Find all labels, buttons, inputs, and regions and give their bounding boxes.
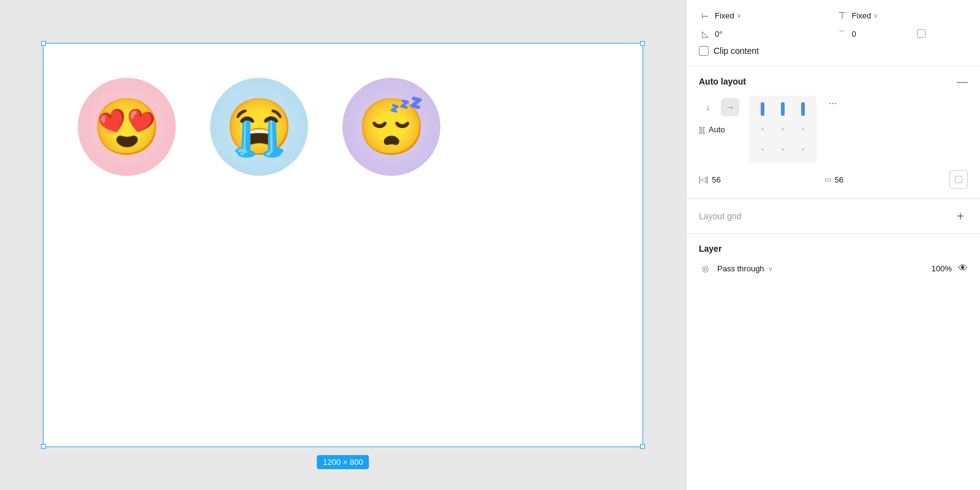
v-spacing-icon: ▭ bbox=[824, 175, 831, 184]
corner-expand-icon bbox=[917, 29, 925, 38]
rotation-value[interactable]: 0° bbox=[715, 29, 739, 39]
clip-content-label: Clip content bbox=[714, 46, 759, 56]
width-icon: ⊢ bbox=[699, 11, 711, 21]
clip-content-row: Clip content bbox=[699, 46, 968, 56]
handle-bottom-right[interactable] bbox=[640, 444, 645, 449]
align-cell-tc[interactable] bbox=[774, 100, 792, 118]
height-group: ⊤ Fixed ∨ bbox=[836, 10, 968, 21]
squeeze-icon bbox=[955, 176, 962, 183]
corner-radius-value[interactable]: 0 bbox=[852, 29, 876, 39]
layer-mode-chevron-icon: ∨ bbox=[768, 265, 772, 272]
dimensions-section: ⊢ Fixed ∨ ⊤ Fixed ∨ ◺ 0° ⌒ bbox=[687, 0, 980, 66]
corner-radius-icon: ⌒ bbox=[836, 29, 848, 39]
align-cell-tl[interactable] bbox=[754, 100, 772, 118]
clip-btn[interactable] bbox=[949, 170, 968, 189]
height-mode-label: Fixed bbox=[852, 11, 872, 20]
align-cell-br[interactable] bbox=[794, 140, 812, 158]
rotation-group: ◺ 0° bbox=[699, 29, 831, 39]
align-cell-tr[interactable] bbox=[794, 100, 812, 118]
layer-mode-label[interactable]: Pass through bbox=[717, 264, 764, 273]
align-cell-bc[interactable] bbox=[774, 140, 792, 158]
more-options-btn[interactable]: ··· bbox=[826, 96, 839, 111]
corner-group: ⌒ 0 bbox=[836, 29, 968, 39]
height-mode-dropdown[interactable]: Fixed ∨ bbox=[852, 11, 878, 20]
handle-top-left[interactable] bbox=[41, 41, 46, 46]
layer-header: Layer bbox=[699, 244, 968, 254]
emojis-row: 😍 😭 😴 bbox=[43, 43, 643, 176]
alignment-area bbox=[749, 96, 816, 163]
add-layout-grid-btn[interactable]: + bbox=[953, 209, 968, 224]
layer-opacity-value[interactable]: 100% bbox=[932, 264, 952, 273]
direction-down-btn[interactable]: ↓ bbox=[699, 98, 717, 116]
spacing-icon: ]|[ bbox=[699, 126, 705, 134]
width-group: ⊢ Fixed ∨ bbox=[699, 11, 831, 21]
layer-mode-group: Pass through ∨ bbox=[717, 264, 925, 273]
emoji-crying[interactable]: 😭 bbox=[210, 78, 308, 176]
spacing-row: |◁| 56 ▭ 56 bbox=[699, 170, 968, 189]
layer-title: Layer bbox=[699, 244, 722, 254]
right-panel: ⊢ Fixed ∨ ⊤ Fixed ∨ ◺ 0° ⌒ bbox=[686, 0, 980, 490]
layout-controls: ↓ → ]|[ Auto bbox=[699, 96, 968, 163]
layer-row: ◎ Pass through ∨ 100% 👁 bbox=[699, 262, 968, 274]
frame-container: 😍 😭 😴 1200 × 800 bbox=[43, 43, 643, 447]
clip-content-checkbox[interactable] bbox=[699, 46, 709, 56]
rotation-icon: ◺ bbox=[699, 29, 711, 39]
handle-bottom-left[interactable] bbox=[41, 444, 46, 449]
v-spacing-item: ▭ 56 bbox=[824, 175, 943, 184]
align-cell-ml[interactable] bbox=[754, 121, 772, 138]
width-mode-label: Fixed bbox=[715, 11, 734, 20]
align-cell-mc[interactable] bbox=[774, 121, 792, 138]
height-icon: ⊤ bbox=[836, 10, 848, 21]
layout-grid-section: Layout grid + bbox=[687, 199, 980, 234]
direction-group: ↓ → ]|[ Auto bbox=[699, 98, 739, 134]
auto-layout-title: Auto layout bbox=[699, 77, 746, 86]
direction-right-btn[interactable]: → bbox=[721, 98, 739, 116]
layout-grid-label: Layout grid bbox=[699, 211, 741, 221]
h-spacing-item: |◁| 56 bbox=[699, 175, 817, 184]
alignment-grid bbox=[749, 96, 816, 163]
layer-section: Layer ◎ Pass through ∨ 100% 👁 bbox=[687, 234, 980, 284]
wh-row: ⊢ Fixed ∨ ⊤ Fixed ∨ bbox=[699, 10, 968, 21]
width-mode-dropdown[interactable]: Fixed ∨ bbox=[715, 11, 741, 20]
canvas-area: 😍 😭 😴 1200 × 800 bbox=[0, 0, 686, 490]
h-spacing-value[interactable]: 56 bbox=[712, 175, 720, 184]
design-frame[interactable]: 😍 😭 😴 bbox=[43, 43, 643, 447]
visibility-eye-icon[interactable]: 👁 bbox=[958, 263, 968, 274]
v-spacing-value[interactable]: 56 bbox=[835, 175, 843, 184]
layer-mode-icon: ◎ bbox=[699, 262, 711, 274]
auto-layout-collapse-btn[interactable]: — bbox=[957, 76, 968, 87]
frame-size-label: 1200 × 800 bbox=[317, 455, 369, 469]
emoji-heart-eyes[interactable]: 😍 bbox=[78, 78, 176, 176]
handle-top-right[interactable] bbox=[640, 41, 645, 46]
spacing-auto-row: ]|[ Auto bbox=[699, 125, 739, 134]
width-chevron-icon: ∨ bbox=[737, 12, 741, 19]
height-chevron-icon: ∨ bbox=[873, 12, 878, 19]
h-spacing-icon: |◁| bbox=[699, 175, 708, 184]
emoji-sleeping[interactable]: 😴 bbox=[342, 78, 440, 176]
layout-grid-row: Layout grid + bbox=[699, 209, 968, 224]
align-cell-bl[interactable] bbox=[754, 140, 772, 158]
auto-label[interactable]: Auto bbox=[709, 125, 725, 134]
auto-layout-section: Auto layout — ↓ → ]|[ Auto bbox=[687, 66, 980, 199]
direction-buttons: ↓ → bbox=[699, 98, 739, 116]
auto-layout-header: Auto layout — bbox=[699, 76, 968, 87]
rotation-corner-row: ◺ 0° ⌒ 0 bbox=[699, 29, 968, 39]
align-cell-mr[interactable] bbox=[794, 121, 812, 138]
